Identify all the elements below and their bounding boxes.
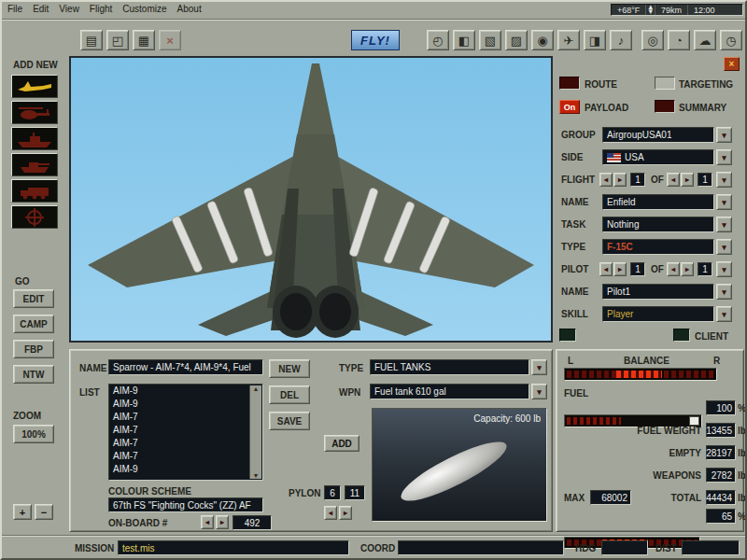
time-options-button[interactable]: ◴ — [427, 30, 449, 50]
add-ship-button[interactable] — [11, 127, 58, 150]
save-mission-button[interactable]: ▦ — [133, 30, 155, 50]
onboard-prev-button[interactable]: ◂ — [201, 515, 214, 529]
ntw-mode-button[interactable]: NTW — [13, 365, 54, 384]
flight-next-button[interactable]: ▸ — [613, 173, 627, 187]
clock-button[interactable]: ◷ — [720, 30, 742, 50]
list-item[interactable]: AIM-7 — [109, 450, 262, 463]
add-aircraft-button[interactable] — [11, 75, 58, 98]
list-scrollbar[interactable]: ▲ ▼ — [249, 385, 261, 479]
pilot-total-next-button[interactable]: ▸ — [681, 262, 694, 276]
flight-total-prev-button[interactable]: ◂ — [667, 173, 680, 187]
list-item[interactable]: AIM-7 — [109, 437, 262, 450]
flight-dropdown-button[interactable]: ▾ — [716, 172, 732, 188]
fbp-label: FBP — [24, 344, 43, 355]
panel-close-button[interactable]: × — [724, 57, 740, 71]
close-mission-button[interactable]: × — [159, 30, 181, 50]
menu-about[interactable]: About — [177, 4, 202, 14]
add-target-button[interactable] — [11, 205, 58, 229]
zoom-level-button[interactable]: 100% — [13, 425, 54, 443]
task-field[interactable]: Nothing — [602, 217, 714, 232]
type-field[interactable]: F-15C — [602, 239, 714, 255]
pilot-prev-button[interactable]: ◂ — [599, 262, 613, 276]
list-item[interactable]: AIM-9 — [109, 463, 262, 476]
onboard-next-button[interactable]: ▸ — [216, 515, 229, 529]
loadout-name-field[interactable]: Sparrow - AIM-7*4, AIM-9*4, Fuel — [108, 359, 263, 375]
wpn-dropdown-button[interactable]: ▾ — [531, 384, 547, 399]
view-button[interactable]: ◎ — [641, 30, 664, 50]
edit-mode-button[interactable]: EDIT — [13, 289, 54, 308]
menu-edit[interactable]: Edit — [33, 4, 49, 14]
list-item[interactable]: AIM-9 — [109, 398, 262, 411]
add-weapon-button[interactable]: ADD — [324, 435, 359, 452]
pilot-dropdown-button[interactable]: ▾ — [716, 261, 732, 277]
new-mission-button[interactable]: ▤ — [80, 30, 103, 50]
payload-on-button[interactable]: On — [559, 100, 580, 114]
flight-name-field[interactable]: Enfield — [602, 194, 714, 210]
zoom-out-button[interactable]: − — [35, 504, 53, 520]
pilot-total-prev-button[interactable]: ◂ — [667, 262, 680, 276]
chevron-left-icon: ◂ — [671, 175, 675, 184]
add-helicopter-button[interactable] — [11, 101, 58, 124]
sound-button[interactable]: ♪ — [610, 30, 632, 50]
balance-bar[interactable] — [564, 368, 717, 381]
side-field[interactable]: USA — [602, 149, 714, 165]
zoom-in-button[interactable]: + — [13, 504, 32, 520]
pylon-next-button[interactable]: ▸ — [339, 506, 352, 520]
rockets-button[interactable]: ▧ — [479, 30, 501, 50]
pilot-next-button[interactable]: ▸ — [613, 262, 627, 276]
fly-button[interactable]: FLY! — [351, 30, 400, 50]
aircraft-options-button[interactable]: ✈ — [557, 30, 580, 50]
ammo-button[interactable]: ▨ — [505, 30, 528, 50]
add-armor-button[interactable] — [11, 153, 58, 176]
group-dropdown-button[interactable]: ▾ — [716, 127, 732, 143]
fuel-options-button[interactable]: ◧ — [453, 30, 475, 50]
colour-scheme-field[interactable]: 67th FS "Fighting Cocks" (ZZ) AF — [108, 497, 263, 512]
list-item[interactable]: AIM-7 — [109, 411, 262, 424]
list-item[interactable]: AIM-9 — [109, 385, 262, 398]
pilot-name-field[interactable]: Pilot1 — [602, 284, 714, 300]
menu-view[interactable]: View — [59, 4, 79, 14]
scroll-down-icon[interactable]: ▼ — [253, 472, 260, 479]
flight-total-next-button[interactable]: ▸ — [681, 173, 694, 187]
wpn-field[interactable]: Fuel tank 610 gal — [370, 384, 529, 399]
list-item[interactable]: AIM-7 — [109, 424, 262, 437]
skill-field[interactable]: Player — [602, 306, 714, 322]
mission-field[interactable]: test.mis — [118, 540, 349, 555]
pilot-name-dropdown-button[interactable]: ▾ — [716, 284, 732, 300]
flight-prev-button[interactable]: ◂ — [599, 173, 613, 187]
fbp-mode-button[interactable]: FBP — [13, 340, 54, 358]
menu-flight[interactable]: Flight — [90, 4, 112, 14]
temp-down-button[interactable]: ▾ — [648, 9, 653, 14]
menu-customize[interactable]: Customize — [122, 4, 166, 14]
left-status-indicator[interactable] — [559, 329, 576, 342]
task-dropdown-button[interactable]: ▾ — [716, 217, 732, 232]
stores-button[interactable]: ◨ — [584, 30, 606, 50]
balance-right-label: R — [713, 356, 720, 366]
group-field[interactable]: AirgroupUSA01 — [602, 127, 714, 143]
client-indicator[interactable] — [673, 329, 690, 342]
bombs-button[interactable]: ◉ — [531, 30, 554, 50]
skill-dropdown-button[interactable]: ▾ — [716, 306, 732, 322]
aircraft-viewport[interactable] — [69, 56, 553, 343]
pylon-prev-button[interactable]: ◂ — [324, 506, 337, 520]
open-mission-button[interactable]: ◰ — [106, 30, 129, 50]
flight-name-dropdown-button[interactable]: ▾ — [716, 194, 732, 210]
camp-mode-button[interactable]: CAMP — [13, 315, 54, 333]
targeting-indicator[interactable] — [655, 77, 675, 90]
type-dropdown-button[interactable]: ▾ — [716, 239, 732, 255]
save-loadout-button[interactable]: SAVE — [269, 412, 310, 430]
add-vehicle-button[interactable] — [11, 179, 58, 203]
weapon-type-dropdown-button[interactable]: ▾ — [531, 359, 547, 375]
loadout-listbox[interactable]: AIM-9 AIM-9 AIM-7 AIM-7 AIM-7 AIM-7 AIM-… — [108, 384, 263, 481]
delete-loadout-button[interactable]: DEL — [269, 385, 310, 404]
scroll-up-icon[interactable]: ▲ — [253, 385, 260, 392]
side-dropdown-button[interactable]: ▾ — [716, 149, 732, 165]
summary-indicator[interactable] — [655, 100, 675, 113]
gauges-button[interactable]: ◔ — [668, 30, 690, 50]
fuel-slider-handle[interactable] — [689, 416, 699, 426]
new-loadout-button[interactable]: NEW — [269, 359, 310, 378]
weather-button[interactable]: ☁ — [694, 30, 716, 50]
weapon-type-field[interactable]: FUEL TANKS — [370, 359, 529, 375]
menu-file[interactable]: File — [7, 4, 22, 14]
route-indicator[interactable] — [559, 77, 580, 90]
